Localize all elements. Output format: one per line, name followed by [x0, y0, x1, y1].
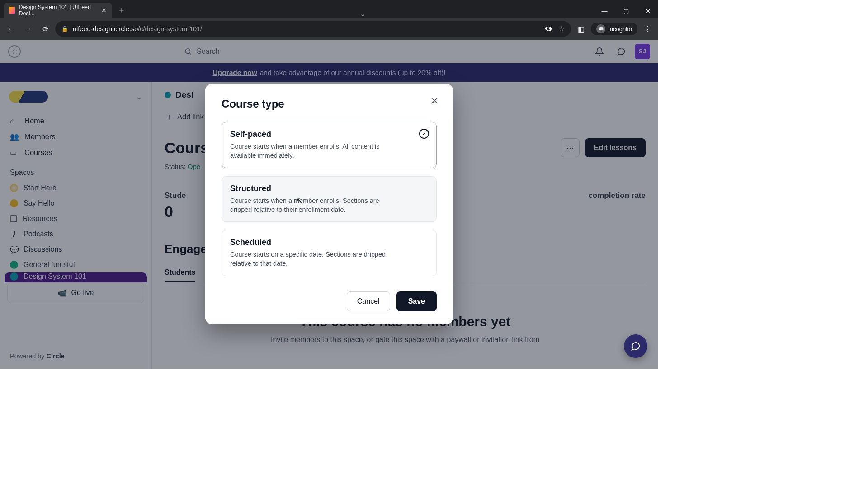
- new-tab-button[interactable]: ＋: [112, 2, 131, 18]
- course-type-option-self-paced[interactable]: Self-pacedCourse starts when a member en…: [222, 122, 437, 168]
- back-button[interactable]: ←: [4, 22, 18, 36]
- option-desc: Course starts on a specific date. Sectio…: [230, 250, 402, 268]
- window-maximize-button[interactable]: ▢: [616, 4, 637, 18]
- window-minimize-button[interactable]: ―: [594, 4, 615, 18]
- reload-button[interactable]: ⟳: [38, 22, 52, 36]
- eye-off-icon[interactable]: 👁‍🗨: [544, 25, 552, 33]
- course-type-option-structured[interactable]: StructuredCourse starts when a member en…: [222, 176, 437, 222]
- option-title: Scheduled: [230, 238, 428, 247]
- tab-title: Design System 101 | UIFeed Desi...: [19, 4, 94, 17]
- option-title: Self-paced: [230, 130, 428, 139]
- bookmark-star-icon[interactable]: ☆: [559, 25, 565, 33]
- url-host: uifeed-design.circle.so: [73, 25, 138, 33]
- incognito-indicator[interactable]: 🕶 Incognito: [591, 23, 637, 35]
- incognito-label: Incognito: [608, 26, 632, 33]
- course-type-option-scheduled[interactable]: ScheduledCourse starts on a specific dat…: [222, 230, 437, 276]
- incognito-icon: 🕶: [596, 24, 605, 33]
- save-button[interactable]: Save: [396, 291, 437, 311]
- address-bar[interactable]: 🔒 uifeed-design.circle.so/c/design-syste…: [55, 21, 571, 37]
- option-desc: Course starts when a member enrolls. Sec…: [230, 196, 402, 215]
- option-desc: Course starts when a member enrolls. All…: [230, 142, 402, 160]
- course-type-modal: Course type ✕ Self-pacedCourse starts wh…: [205, 84, 453, 324]
- favicon-icon: [9, 7, 15, 14]
- browser-titlebar: Design System 101 | UIFeed Desi... ✕ ＋ ⌄…: [0, 0, 658, 18]
- modal-close-button[interactable]: ✕: [428, 94, 441, 108]
- side-panel-icon[interactable]: ◧: [574, 22, 588, 36]
- browser-tab[interactable]: Design System 101 | UIFeed Desi... ✕: [4, 3, 112, 18]
- close-icon[interactable]: ✕: [101, 7, 107, 14]
- browser-toolbar: ← → ⟳ 🔒 uifeed-design.circle.so/c/design…: [0, 18, 658, 40]
- chat-icon: [631, 341, 641, 351]
- check-icon: ✓: [419, 129, 429, 139]
- forward-button: →: [21, 22, 35, 36]
- window-close-button[interactable]: ✕: [637, 4, 658, 18]
- option-title: Structured: [230, 184, 428, 193]
- tabs-chevron-icon[interactable]: ⌄: [354, 9, 372, 18]
- browser-menu-button[interactable]: ⋮: [640, 22, 655, 36]
- help-fab[interactable]: [624, 334, 647, 358]
- url-path: /c/design-system-101/: [138, 25, 202, 33]
- cancel-button[interactable]: Cancel: [347, 291, 390, 311]
- lock-icon: 🔒: [61, 26, 68, 32]
- modal-title: Course type: [222, 98, 437, 110]
